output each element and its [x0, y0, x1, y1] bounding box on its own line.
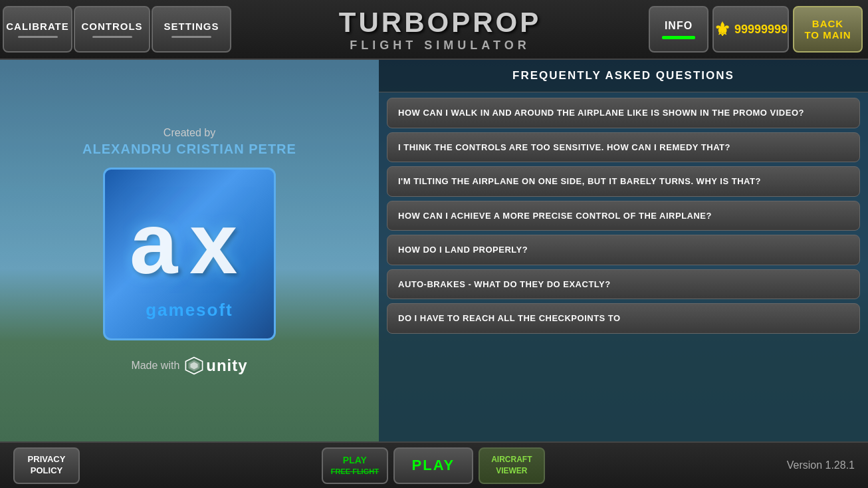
faq-item[interactable]: HOW CAN I WALK IN AND AROUND THE AIRPLAN… — [387, 98, 860, 128]
coins-value: 99999999 — [734, 23, 788, 37]
calibrate-button[interactable]: CALIBRATE — [3, 6, 72, 53]
faq-item[interactable]: I THINK THE CONTROLS ARE TOO SENSITIVE. … — [387, 132, 860, 163]
unity-logo: unity — [185, 356, 247, 375]
game-title: TURBOPROP — [339, 7, 541, 39]
controls-underline — [92, 36, 132, 38]
play-label: PLAY — [412, 457, 455, 473]
unity-text: unity — [206, 356, 247, 375]
left-panel: Created by ALEXANDRU CRISTIAN PETRE a x … — [0, 60, 379, 441]
faq-item[interactable]: AUTO-BRAKES - WHAT DO THEY DO EXACTLY? — [387, 269, 860, 300]
faq-item[interactable]: HOW DO I LAND PROPERLY? — [387, 235, 860, 265]
bottombar: PRIVACYPOLICY PLAY FREE FLIGHT PLAY AIRC… — [0, 441, 868, 488]
play-free-sub-label: FREE FLIGHT — [327, 467, 383, 477]
aircraft-viewer-button[interactable]: AIRCRAFTVIEWER — [479, 447, 545, 484]
play-button[interactable]: PLAY — [393, 447, 473, 484]
faq-panel: FREQUENTLY ASKED QUESTIONS HOW CAN I WAL… — [379, 60, 868, 441]
gamesoft-logo: a x gamesoft — [103, 168, 276, 340]
privacy-label: PRIVACYPOLICY — [28, 454, 66, 475]
settings-button[interactable]: SETTINGS — [152, 6, 231, 53]
back-to-main-button[interactable]: BACKTO MAIN — [793, 6, 863, 53]
topbar: CALIBRATE CONTROLS SETTINGS TURBOPROP FL… — [0, 0, 868, 60]
aircraft-label: AIRCRAFTVIEWER — [491, 455, 532, 475]
calibrate-label: CALIBRATE — [6, 21, 69, 32]
logo-svg: a x — [123, 187, 256, 293]
version-text: Version 1.28.1 — [787, 459, 855, 471]
back-label: BACKTO MAIN — [804, 18, 851, 41]
made-with-text: Made with — [131, 360, 179, 372]
faq-item[interactable]: DO I HAVE TO REACH ALL THE CHECKPOINTS T… — [387, 303, 860, 334]
unity-line: Made with unity — [131, 356, 247, 375]
info-status-bar — [662, 36, 695, 39]
game-subtitle: FLIGHT SIMULATOR — [350, 39, 530, 53]
right-controls: INFO ⚜ 99999999 BACKTO MAIN — [649, 6, 863, 53]
coins-display: ⚜ 99999999 — [712, 6, 789, 53]
play-free-label: PLAY — [327, 454, 383, 467]
info-button[interactable]: INFO — [649, 6, 708, 53]
logo-letters: a x — [123, 187, 256, 303]
faq-item[interactable]: I'M TILTING THE AIRPLANE ON ONE SIDE, BU… — [387, 166, 860, 197]
main-content: Created by ALEXANDRU CRISTIAN PETRE a x … — [0, 60, 868, 441]
title-area: TURBOPROP FLIGHT SIMULATOR — [233, 7, 647, 53]
center-buttons: PLAY FREE FLIGHT PLAY AIRCRAFTVIEWER — [322, 447, 545, 484]
controls-label: CONTROLS — [81, 21, 142, 32]
calibrate-underline — [18, 36, 58, 38]
svg-text:x: x — [189, 195, 237, 292]
info-label: INFO — [665, 20, 693, 32]
settings-underline — [171, 36, 211, 38]
privacy-policy-button[interactable]: PRIVACYPOLICY — [13, 447, 80, 484]
faq-header: FREQUENTLY ASKED QUESTIONS — [379, 60, 868, 92]
svg-text:a: a — [130, 195, 179, 292]
faq-list[interactable]: HOW CAN I WALK IN AND AROUND THE AIRPLAN… — [379, 92, 868, 441]
faq-item[interactable]: HOW CAN I ACHIEVE A MORE PRECISE CONTROL… — [387, 201, 860, 231]
play-free-flight-button[interactable]: PLAY FREE FLIGHT — [322, 447, 388, 484]
wing-icon: ⚜ — [714, 19, 730, 41]
settings-label: SETTINGS — [163, 21, 219, 32]
creator-name: ALEXANDRU CRISTIAN PETRE — [82, 142, 296, 157]
gamesoft-label: gamesoft — [146, 300, 233, 320]
controls-button[interactable]: CONTROLS — [74, 6, 150, 53]
unity-icon — [185, 356, 203, 375]
created-by-label: Created by — [163, 127, 215, 139]
